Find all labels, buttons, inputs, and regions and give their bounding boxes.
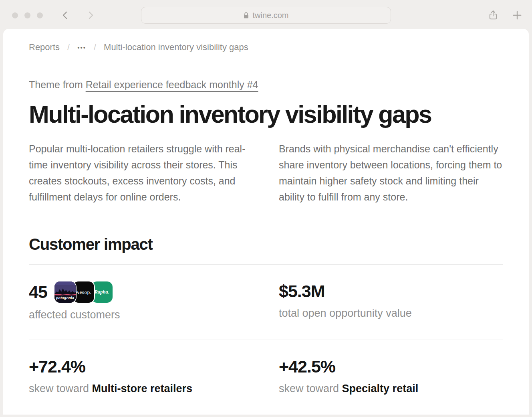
- stat-value: +42.5%: [279, 357, 335, 377]
- theme-source-line: Theme from Retail experience feedback mo…: [29, 79, 503, 91]
- back-button[interactable]: [60, 10, 70, 20]
- chevron-right-icon: [86, 10, 95, 20]
- stat-label: skew toward Specialty retail: [279, 383, 503, 395]
- theme-source-link[interactable]: Retail experience feedback monthly #4: [86, 79, 258, 90]
- breadcrumb-item-reports[interactable]: Reports: [29, 42, 60, 53]
- aesop-logo: Aēsop.: [73, 281, 94, 303]
- breadcrumb-item-current: Multi-location inventory visibility gaps: [104, 42, 248, 53]
- skew-prefix: skew toward: [29, 383, 92, 395]
- summary-paragraph-left: Popular multi-location retailers struggl…: [29, 141, 253, 205]
- customer-impact-heading: Customer impact: [29, 235, 503, 253]
- stats-row-1: 45 patagonia Aēs: [29, 265, 503, 340]
- theme-prefix: Theme from: [29, 79, 86, 90]
- chevron-left-icon: [60, 10, 70, 20]
- address-url: twine.com: [252, 11, 288, 20]
- stat-value: +72.4%: [29, 357, 85, 377]
- rapha-logo-text: Rapha.: [95, 289, 109, 295]
- patagonia-logo-icon: patagonia: [54, 281, 76, 303]
- breadcrumb-ellipsis-button[interactable]: •••: [77, 44, 86, 51]
- skew-segment: Specialty retail: [342, 383, 419, 395]
- breadcrumb-separator: /: [67, 42, 70, 53]
- customer-avatar-stack: patagonia Aēsop. Rapha.: [54, 281, 113, 303]
- lock-icon: [243, 12, 249, 19]
- stat-affected-customers: 45 patagonia Aēs: [29, 281, 253, 321]
- page-title: Multi-location inventory visibility gaps: [29, 101, 503, 128]
- stat-label: affected customers: [29, 309, 253, 321]
- patagonia-logo: patagonia: [54, 281, 76, 303]
- window-close-button[interactable]: [12, 12, 18, 18]
- summary-columns: Popular multi-location retailers struggl…: [29, 141, 503, 205]
- address-bar[interactable]: twine.com: [141, 7, 391, 24]
- breadcrumb-separator: /: [94, 42, 96, 53]
- stat-skew-multi-store: +72.4% skew toward Multi-store retailers: [29, 357, 253, 395]
- stat-label: total open opportunity value: [279, 307, 503, 320]
- stat-label: skew toward Multi-store retailers: [29, 383, 253, 395]
- summary-paragraph-right: Brands with physical merchandise can't e…: [279, 141, 503, 205]
- report-page: Reports / ••• / Multi-location inventory…: [3, 29, 529, 415]
- window-controls: [12, 12, 43, 18]
- aesop-logo-text: Aēsop.: [76, 289, 92, 296]
- new-tab-button[interactable]: [512, 10, 523, 21]
- skew-prefix: skew toward: [279, 383, 342, 395]
- svg-text:patagonia: patagonia: [56, 296, 74, 300]
- rapha-logo: Rapha.: [91, 281, 113, 303]
- stat-value: $5.3M: [279, 281, 325, 301]
- window-zoom-button[interactable]: [37, 12, 43, 18]
- stat-skew-specialty: +42.5% skew toward Specialty retail: [279, 357, 503, 395]
- stats-row-2: +72.4% skew toward Multi-store retailers…: [29, 340, 503, 413]
- share-button[interactable]: [488, 10, 499, 21]
- share-icon: [488, 10, 499, 21]
- breadcrumb: Reports / ••• / Multi-location inventory…: [29, 42, 503, 53]
- forward-button[interactable]: [86, 10, 95, 20]
- stat-value: 45: [29, 282, 47, 302]
- skew-segment: Multi-store retailers: [92, 383, 193, 395]
- browser-chrome: twine.com: [0, 0, 532, 29]
- plus-icon: [512, 10, 523, 21]
- window-minimize-button[interactable]: [24, 12, 30, 18]
- stat-opportunity-value: $5.3M total open opportunity value: [279, 281, 503, 321]
